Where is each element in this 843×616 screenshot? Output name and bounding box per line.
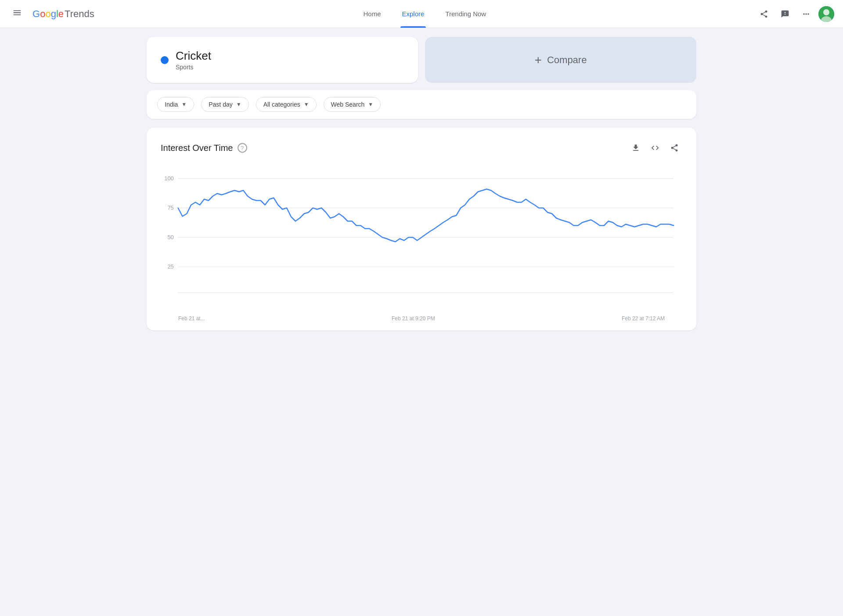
filter-time-arrow: ▼ [236, 101, 241, 107]
header-left: Google Trends [9, 4, 94, 23]
header-nav: Home Explore Trending Now [94, 0, 755, 28]
nav-trending[interactable]: Trending Now [443, 0, 488, 28]
filter-type-arrow: ▼ [368, 101, 373, 107]
compare-label: Compare [547, 54, 587, 66]
chart-svg: 100 75 50 25 [161, 170, 682, 310]
chart-header: Interest Over Time ? [161, 140, 682, 156]
compare-plus-icon: + [535, 53, 542, 67]
nav-explore[interactable]: Explore [400, 0, 426, 28]
term-section: Cricket Sports + Compare [147, 37, 696, 83]
svg-text:25: 25 [167, 263, 173, 270]
logo-trends-text: Trends [65, 8, 94, 20]
share-icon[interactable] [755, 5, 773, 23]
compare-card[interactable]: + Compare [425, 37, 696, 83]
avatar[interactable] [818, 6, 834, 22]
apps-icon[interactable] [797, 5, 815, 23]
filter-category-arrow: ▼ [304, 101, 309, 107]
download-button[interactable] [628, 140, 644, 156]
header: Google Trends Home Explore Trending Now [0, 0, 843, 28]
nav-home[interactable]: Home [361, 0, 382, 28]
filter-type[interactable]: Web Search ▼ [324, 97, 381, 112]
term-dot [161, 56, 169, 64]
x-axis-labels: Feb 21 at... Feb 21 at 9:20 PM Feb 22 at… [161, 312, 682, 322]
term-info: Cricket Sports [176, 49, 211, 71]
term-category: Sports [176, 64, 211, 71]
x-label-mid: Feb 21 at 9:20 PM [392, 315, 435, 322]
chart-actions [628, 140, 682, 156]
x-label-start: Feb 21 at... [178, 315, 205, 322]
filter-category[interactable]: All categories ▼ [256, 97, 317, 112]
menu-icon[interactable] [9, 4, 25, 23]
main-content: Cricket Sports + Compare India ▼ Past da… [136, 28, 707, 339]
feedback-icon[interactable] [776, 5, 794, 23]
term-name: Cricket [176, 49, 211, 63]
filter-time[interactable]: Past day ▼ [201, 97, 249, 112]
logo-google-text: Google [32, 8, 64, 20]
term-card: Cricket Sports [147, 37, 418, 83]
svg-text:75: 75 [167, 204, 173, 211]
chart-section: Interest Over Time ? [147, 128, 696, 330]
svg-text:100: 100 [164, 175, 173, 182]
filter-region[interactable]: India ▼ [157, 97, 194, 112]
help-icon[interactable]: ? [238, 143, 247, 153]
share-chart-button[interactable] [666, 140, 682, 156]
chart-line [178, 189, 674, 242]
svg-text:50: 50 [167, 234, 173, 240]
x-label-end: Feb 22 at 7:12 AM [622, 315, 665, 322]
filters-section: India ▼ Past day ▼ All categories ▼ Web … [147, 90, 696, 119]
filter-region-arrow: ▼ [181, 101, 187, 107]
chart-container: 100 75 50 25 Feb 21 at... Feb 21 at 9:20… [161, 170, 682, 322]
embed-button[interactable] [647, 140, 663, 156]
logo[interactable]: Google Trends [32, 8, 94, 20]
chart-title: Interest Over Time [161, 143, 233, 153]
header-right [755, 5, 834, 23]
svg-point-1 [823, 9, 829, 15]
chart-title-group: Interest Over Time ? [161, 143, 247, 153]
